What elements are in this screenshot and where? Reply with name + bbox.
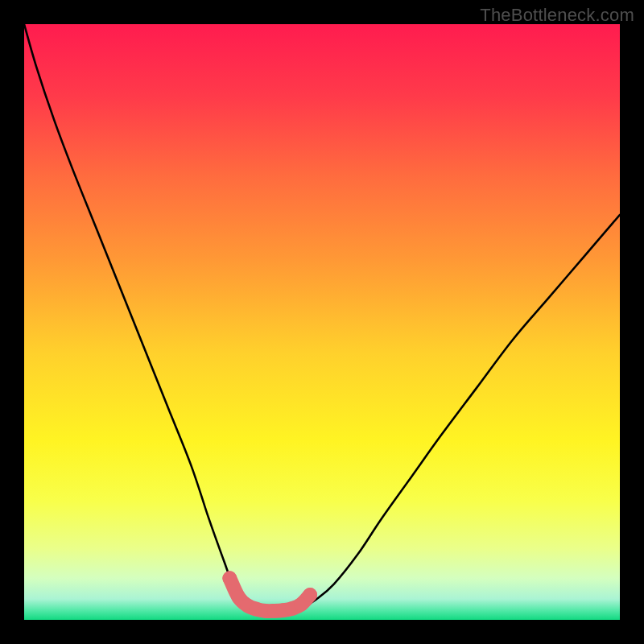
chart-stage: TheBottleneck.com <box>0 0 644 644</box>
curve-layer <box>24 24 620 620</box>
valley-marker-dot <box>222 571 237 585</box>
valley-marker-dot <box>303 588 317 602</box>
plot-area <box>24 24 620 620</box>
watermark-text: TheBottleneck.com <box>480 5 634 26</box>
bottleneck-curve-path <box>24 24 620 612</box>
valley-markers-group <box>222 571 317 617</box>
